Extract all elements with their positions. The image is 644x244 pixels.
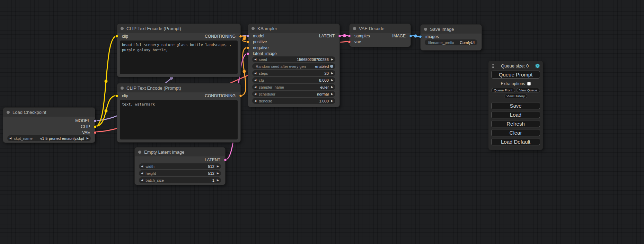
node-title-bar[interactable]: Save Image bbox=[421, 25, 482, 34]
queue-panel: Queue size: 0 Queue Prompt Extra options… bbox=[488, 61, 543, 150]
output-label-latent: LATENT bbox=[319, 34, 335, 38]
widget-name: seed bbox=[259, 57, 294, 62]
load-button[interactable]: Load bbox=[491, 111, 540, 118]
widget-ckpt-name[interactable]: ◀ ckpt_name v1-5-pruned-emaonly.ckpt ▶ bbox=[7, 135, 91, 141]
node-status-dot[interactable] bbox=[121, 27, 124, 30]
refresh-button[interactable]: Refresh bbox=[491, 120, 540, 127]
widget-height[interactable]: ◀ height 512 ▶ bbox=[139, 170, 221, 176]
node-status-dot[interactable] bbox=[138, 151, 141, 154]
decrement-arrow-icon[interactable]: ◀ bbox=[9, 137, 11, 140]
decrement-arrow-icon[interactable]: ◀ bbox=[254, 72, 256, 75]
input-label-model: model bbox=[253, 34, 264, 38]
increment-arrow-icon[interactable]: ▶ bbox=[331, 72, 333, 75]
output-dot-conditioning[interactable] bbox=[239, 35, 242, 38]
widget-name: filename_prefix bbox=[428, 40, 457, 45]
decrement-arrow-icon[interactable]: ◀ bbox=[254, 79, 256, 82]
increment-arrow-icon[interactable]: ▶ bbox=[331, 93, 333, 96]
output-dot-image[interactable] bbox=[409, 34, 412, 37]
node-load-checkpoint[interactable]: Load Checkpoint MODEL CLIP VAE ◀ ckpt_na… bbox=[3, 107, 95, 143]
input-dot-latent-image[interactable] bbox=[246, 52, 249, 55]
widget-steps[interactable]: ◀ steps 20 ▶ bbox=[252, 70, 335, 76]
input-dot-samples[interactable] bbox=[348, 34, 351, 37]
decrement-arrow-icon[interactable]: ◀ bbox=[254, 86, 256, 89]
input-dot-images[interactable] bbox=[419, 35, 422, 38]
queue-prompt-button[interactable]: Queue Prompt bbox=[491, 71, 540, 79]
decrement-arrow-icon[interactable]: ◀ bbox=[254, 100, 256, 102]
input-dot-clip[interactable] bbox=[115, 94, 118, 98]
clear-button[interactable]: Clear bbox=[491, 129, 540, 136]
increment-arrow-icon[interactable]: ▶ bbox=[331, 100, 333, 102]
output-dot-vae[interactable] bbox=[94, 131, 97, 134]
increment-arrow-icon[interactable]: ▶ bbox=[331, 86, 333, 89]
node-status-dot[interactable] bbox=[353, 27, 356, 30]
input-dot-vae[interactable] bbox=[348, 40, 351, 43]
drag-handle-icon[interactable] bbox=[491, 64, 495, 69]
output-dot-latent[interactable] bbox=[338, 34, 341, 37]
extra-options-checkbox[interactable] bbox=[527, 82, 531, 85]
node-title-bar[interactable]: Empty Latent Image bbox=[135, 147, 225, 156]
settings-gear-icon[interactable] bbox=[535, 63, 540, 69]
slot-row-samples-image: samples IMAGE bbox=[350, 33, 411, 39]
widget-width[interactable]: ◀ width 512 ▶ bbox=[139, 163, 221, 169]
view-history-button[interactable]: View History bbox=[504, 94, 527, 98]
node-title-bar[interactable]: CLIP Text Encode (Prompt) bbox=[117, 83, 240, 92]
node-title-bar[interactable]: KSampler bbox=[248, 24, 339, 33]
decrement-arrow-icon[interactable]: ◀ bbox=[254, 93, 256, 96]
node-vae-decode[interactable]: VAE Decode samples IMAGE vae bbox=[349, 24, 411, 47]
decrement-arrow-icon[interactable]: ◀ bbox=[141, 172, 143, 175]
node-status-dot[interactable] bbox=[121, 87, 124, 90]
save-button[interactable]: Save bbox=[491, 102, 540, 109]
input-label-clip: clip bbox=[122, 93, 128, 98]
node-title-bar[interactable]: VAE Decode bbox=[350, 24, 411, 33]
node-status-dot[interactable] bbox=[424, 28, 427, 31]
load-default-button[interactable]: Load Default bbox=[491, 138, 540, 145]
decrement-arrow-icon[interactable]: ◀ bbox=[141, 165, 143, 168]
node-title: Empty Latent Image bbox=[144, 150, 184, 155]
link-midpoint-dot bbox=[414, 35, 417, 38]
increment-arrow-icon[interactable]: ▶ bbox=[87, 137, 89, 140]
node-graph-canvas[interactable]: Load Checkpoint MODEL CLIP VAE ◀ ckpt_na… bbox=[0, 0, 644, 244]
input-label-positive: positive bbox=[253, 39, 267, 44]
widget-batch-size[interactable]: ◀ batch_size 1 ▶ bbox=[139, 177, 221, 183]
decrement-arrow-icon[interactable]: ◀ bbox=[254, 58, 256, 61]
increment-arrow-icon[interactable]: ▶ bbox=[217, 179, 219, 182]
output-dot-latent[interactable] bbox=[224, 159, 227, 162]
input-dot-model[interactable] bbox=[246, 34, 249, 37]
node-ksampler[interactable]: KSampler model LATENT positive negative … bbox=[248, 24, 340, 107]
view-queue-button[interactable]: View Queue bbox=[517, 88, 540, 92]
node-clip-text-encode-negative[interactable]: CLIP Text Encode (Prompt) clip CONDITION… bbox=[117, 83, 241, 143]
node-title-bar[interactable]: CLIP Text Encode (Prompt) bbox=[117, 24, 240, 33]
prompt-textarea[interactable]: text, watermark bbox=[120, 100, 238, 139]
node-status-dot[interactable] bbox=[7, 111, 10, 114]
node-title-bar[interactable]: Load Checkpoint bbox=[3, 108, 95, 117]
widget-denoise[interactable]: ◀ denoise 1.000 ▶ bbox=[252, 98, 335, 104]
increment-arrow-icon[interactable]: ▶ bbox=[331, 58, 333, 61]
widget-value: 1 bbox=[212, 178, 214, 182]
increment-arrow-icon[interactable]: ▶ bbox=[217, 172, 219, 175]
widget-sampler-name[interactable]: ◀ sampler_name euler ▶ bbox=[252, 84, 335, 90]
input-dot-negative[interactable] bbox=[246, 46, 249, 49]
toggle-circle-icon[interactable] bbox=[330, 65, 333, 68]
increment-arrow-icon[interactable]: ▶ bbox=[217, 165, 219, 168]
widget-scheduler[interactable]: ◀ scheduler normal ▶ bbox=[252, 91, 335, 97]
input-dot-clip[interactable] bbox=[115, 35, 118, 38]
node-save-image[interactable]: Save Image images filename_prefix ComfyU… bbox=[420, 24, 482, 51]
widget-value: ComfyUI bbox=[460, 40, 475, 45]
widget-filename-prefix[interactable]: filename_prefix ComfyUI bbox=[425, 39, 477, 45]
increment-arrow-icon[interactable]: ▶ bbox=[331, 79, 333, 82]
widget-random-seed-toggle[interactable]: Random seed after every gen enabled bbox=[252, 63, 335, 69]
widget-seed[interactable]: ◀ seed 156680208700286 ▶ bbox=[252, 56, 335, 62]
node-empty-latent-image[interactable]: Empty Latent Image LATENT ◀ width 512 ▶ … bbox=[134, 147, 226, 185]
output-dot-conditioning[interactable] bbox=[239, 94, 242, 98]
widget-cfg[interactable]: ◀ cfg 8.000 ▶ bbox=[252, 77, 335, 83]
output-label-image: IMAGE bbox=[392, 34, 406, 38]
node-clip-text-encode-positive[interactable]: CLIP Text Encode (Prompt) clip CONDITION… bbox=[117, 24, 241, 77]
decrement-arrow-icon[interactable]: ◀ bbox=[141, 179, 143, 182]
output-dot-clip[interactable] bbox=[94, 125, 97, 128]
input-dot-positive[interactable] bbox=[246, 40, 249, 43]
prompt-textarea[interactable]: beautiful scenery nature glass bottle la… bbox=[120, 40, 238, 74]
queue-front-button[interactable]: Queue Front bbox=[491, 88, 515, 92]
output-dot-model[interactable] bbox=[94, 119, 97, 122]
input-row-negative: negative bbox=[248, 45, 339, 51]
node-status-dot[interactable] bbox=[252, 27, 255, 30]
